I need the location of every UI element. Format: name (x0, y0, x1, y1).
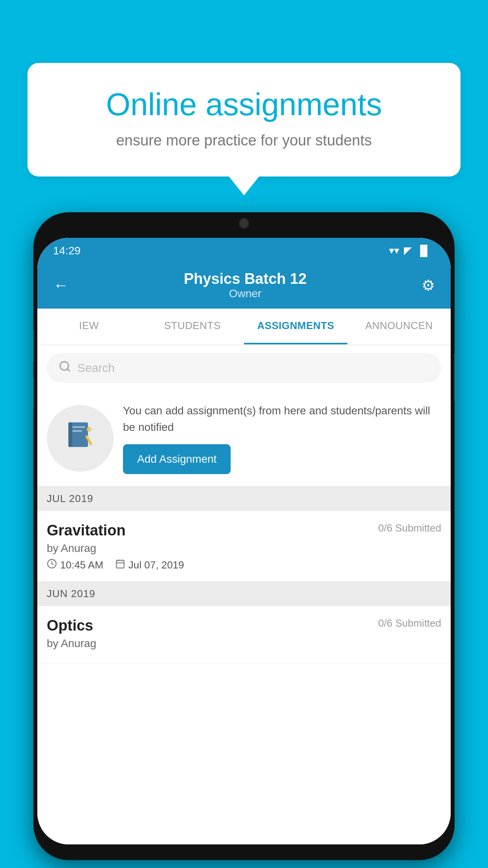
assignment-time-gravitation: 10:45 AM (60, 559, 103, 571)
phone-screen: 14:29 ▾▾ ◤ ▐▌ ← Physics Batch 12 Owner ⚙ (37, 238, 451, 844)
phone-frame: 14:29 ▾▾ ◤ ▐▌ ← Physics Batch 12 Owner ⚙ (33, 212, 455, 860)
tab-assignments[interactable]: ASSIGNMENTS (244, 309, 347, 344)
svg-rect-3 (68, 423, 72, 447)
volume-up-button (33, 330, 34, 362)
svg-line-1 (67, 369, 70, 371)
meta-date-gravitation: Jul 07, 2019 (115, 559, 184, 572)
info-description: You can add assignment(s) from here and … (123, 403, 441, 436)
svg-rect-4 (72, 427, 85, 428)
phone-wrapper: 14:29 ▾▾ ◤ ▐▌ ← Physics Batch 12 Owner ⚙ (33, 212, 455, 860)
search-placeholder: Search (77, 361, 115, 375)
info-right: You can add assignment(s) from here and … (123, 403, 441, 474)
camera-dot (238, 218, 250, 229)
header-center: Physics Batch 12 Owner (69, 270, 422, 300)
wifi-icon: ▾▾ (389, 245, 399, 257)
assignment-name-optics: Optics (47, 617, 93, 634)
screen-content: 14:29 ▾▾ ◤ ▐▌ ← Physics Batch 12 Owner ⚙ (37, 238, 451, 844)
settings-icon[interactable]: ⚙ (422, 277, 435, 294)
speech-bubble-section: Online assignments ensure more practice … (28, 63, 460, 177)
status-bar: 14:29 ▾▾ ◤ ▐▌ (37, 238, 451, 263)
tabs-bar: IEW STUDENTS ASSIGNMENTS ANNOUNCEN (37, 309, 451, 345)
bubble-title: Online assignments (55, 86, 433, 123)
assignment-meta-gravitation: 10:45 AM Jul 07, 201 (47, 559, 441, 572)
add-assignment-button[interactable]: Add Assignment (123, 444, 231, 474)
meta-time-gravitation: 10:45 AM (47, 559, 103, 572)
svg-rect-9 (116, 560, 124, 568)
assignment-icon-circle (47, 405, 114, 472)
svg-point-7 (86, 427, 92, 432)
svg-rect-5 (72, 430, 82, 432)
tab-students[interactable]: STUDENTS (141, 309, 244, 344)
power-button (454, 354, 455, 401)
calendar-icon (115, 559, 125, 572)
battery-icon: ▐▌ (416, 245, 431, 257)
assignment-name-gravitation: Gravitation (47, 522, 126, 539)
month-header-jul: JUL 2019 (37, 486, 451, 511)
tab-iew[interactable]: IEW (37, 309, 141, 344)
tab-announcements[interactable]: ANNOUNCEN (347, 309, 451, 344)
search-container: Search (37, 345, 451, 391)
month-header-jun: JUN 2019 (37, 581, 451, 606)
notebook-icon (64, 419, 96, 457)
status-time: 14:29 (53, 245, 81, 257)
assignment-item-optics[interactable]: Optics 0/6 Submitted by Anurag (37, 606, 451, 664)
bubble-subtitle: ensure more practice for your students (55, 132, 433, 149)
assignment-top-row-optics: Optics 0/6 Submitted (47, 617, 441, 634)
info-section: You can add assignment(s) from here and … (37, 391, 451, 486)
search-icon (59, 360, 71, 376)
search-bar[interactable]: Search (47, 353, 441, 383)
submitted-badge-optics: 0/6 Submitted (378, 617, 441, 629)
signal-icon: ◤ (404, 245, 412, 257)
volume-down-button (33, 377, 34, 409)
status-icons: ▾▾ ◤ ▐▌ (389, 245, 431, 257)
speech-bubble-card: Online assignments ensure more practice … (28, 63, 460, 177)
phone-notch (205, 212, 283, 234)
submitted-badge-gravitation: 0/6 Submitted (378, 522, 441, 534)
header-subtitle: Owner (69, 287, 422, 300)
assignment-author-optics: by Anurag (47, 637, 441, 650)
back-button[interactable]: ← (53, 276, 69, 294)
assignment-top-row: Gravitation 0/6 Submitted (47, 522, 441, 539)
assignment-author-gravitation: by Anurag (47, 542, 441, 555)
clock-icon (47, 559, 57, 572)
header-title: Physics Batch 12 (69, 270, 422, 287)
assignment-item-gravitation[interactable]: Gravitation 0/6 Submitted by Anurag (37, 511, 451, 581)
assignment-date-gravitation: Jul 07, 2019 (128, 559, 184, 571)
app-header: ← Physics Batch 12 Owner ⚙ (37, 263, 451, 309)
